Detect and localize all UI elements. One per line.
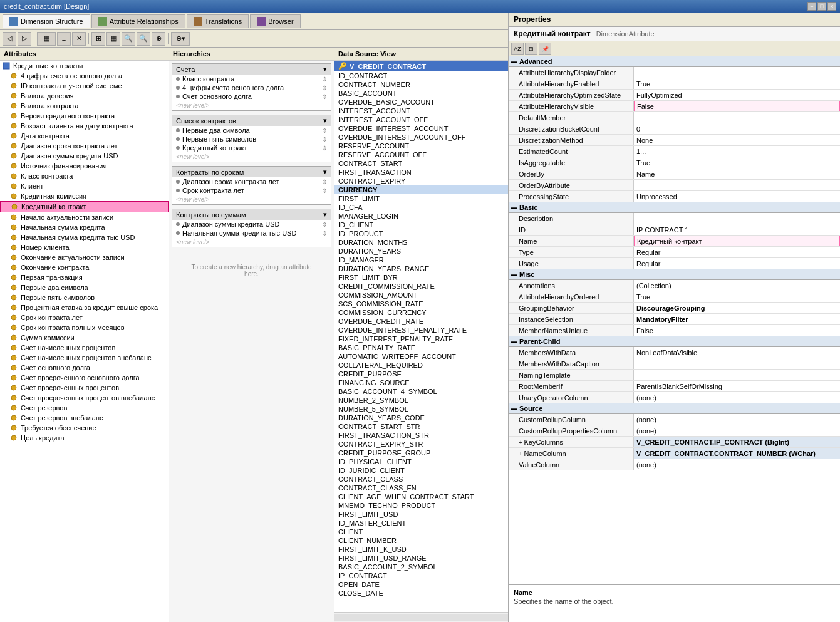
hierarchy-item[interactable]: Первые пять символов⇕ bbox=[172, 135, 331, 143]
expand-icon[interactable]: + bbox=[519, 450, 522, 457]
datasource-column-item[interactable]: SCS_COMMISSION_RATE bbox=[334, 299, 508, 308]
attribute-item[interactable]: Кредитная комиссия bbox=[0, 191, 169, 201]
datasource-column-item[interactable]: FIRST_LIMIT_K_USD bbox=[334, 545, 508, 554]
datasource-column-item[interactable]: CONTRACT_EXPIRY_STR bbox=[334, 440, 508, 448]
datasource-column-item[interactable]: FIRST_LIMIT_USD bbox=[334, 510, 508, 519]
attribute-item[interactable]: Счет просроченных процентов внебаланс bbox=[0, 393, 169, 403]
hierarchy-item[interactable]: Кредитный контракт⇕ bbox=[172, 143, 331, 152]
datasource-column-item[interactable]: DURATION_MONTHS bbox=[334, 238, 508, 247]
minimize-button[interactable]: − bbox=[807, 2, 816, 11]
attribute-item[interactable]: Цель кредита bbox=[0, 433, 169, 443]
attribute-item[interactable]: Номер клиента bbox=[0, 242, 169, 252]
datasource-column-item[interactable]: FIRST_LIMIT_BYR bbox=[334, 273, 508, 282]
datasource-column-item[interactable]: CONTRACT_CLASS bbox=[334, 475, 508, 484]
datasource-column-item[interactable]: BASIC_ACCOUNT bbox=[334, 89, 508, 98]
hierarchy-menu-btn[interactable]: ▾ bbox=[323, 65, 327, 73]
back-button[interactable]: ◁ bbox=[3, 32, 16, 46]
datasource-column-item[interactable]: CREDIT_PURPOSE_GROUP bbox=[334, 448, 508, 457]
props-pin-button[interactable]: 📌 bbox=[539, 43, 551, 55]
hierarchy-item[interactable]: Счет основного долга⇕ bbox=[172, 92, 331, 101]
datasource-column-item[interactable]: CLIENT bbox=[334, 527, 508, 536]
tab-attribute-relationships[interactable]: Attribute Relationships bbox=[91, 14, 185, 28]
datasource-column-item[interactable]: CONTRACT_EXPIRY bbox=[334, 177, 508, 185]
props-section-header[interactable]: ▬Advanced bbox=[509, 56, 840, 67]
props-section-header[interactable]: ▬Misc bbox=[509, 269, 840, 280]
hierarchy-item[interactable]: Диапазон суммы кредита USD⇕ bbox=[172, 220, 331, 229]
attribute-item[interactable]: Возраст клиента на дату контракта bbox=[0, 121, 169, 131]
attribute-item[interactable]: Кредитный контракт bbox=[0, 201, 169, 212]
hierarchy-item[interactable]: Диапазон срока контракта лет⇕ bbox=[172, 177, 331, 186]
datasource-column-item[interactable]: ID_PRODUCT bbox=[334, 229, 508, 238]
close-button[interactable]: × bbox=[827, 2, 836, 11]
attribute-item[interactable]: Срок контракта полных месяцев bbox=[0, 323, 169, 333]
datasource-column-item[interactable]: CONTRACT_NUMBER bbox=[334, 80, 508, 89]
attribute-item[interactable]: Счет резервов bbox=[0, 403, 169, 413]
datasource-column-item[interactable]: ID_CLIENT bbox=[334, 220, 508, 229]
datasource-column-item[interactable]: CURRENCY bbox=[334, 185, 508, 194]
zoom-button[interactable]: ⊕ bbox=[152, 32, 165, 46]
attribute-item[interactable]: Счет просроченных процентов bbox=[0, 383, 169, 393]
datasource-column-item[interactable]: IP_CONTRACT bbox=[334, 571, 508, 580]
attribute-item[interactable]: Класс контракта bbox=[0, 171, 169, 181]
attribute-item[interactable]: Первые два символа bbox=[0, 282, 169, 293]
datasource-column-item[interactable]: ID_JURIDIC_CLIENT bbox=[334, 466, 508, 475]
datasource-column-item[interactable]: DURATION_YEARS_RANGE bbox=[334, 264, 508, 273]
hierarchy-item[interactable]: Срок контракта лет⇕ bbox=[172, 186, 331, 195]
datasource-column-item[interactable]: CREDIT_COMMISSION_RATE bbox=[334, 282, 508, 291]
attribute-item[interactable]: Клиент bbox=[0, 181, 169, 191]
datasource-column-item[interactable]: FIRST_TRANSACTION bbox=[334, 168, 508, 177]
props-section-header[interactable]: ▬Parent-Child bbox=[509, 336, 840, 347]
maximize-button[interactable]: □ bbox=[817, 2, 826, 11]
datasource-column-item[interactable]: CLIENT_NUMBER bbox=[334, 536, 508, 545]
datasource-column-item[interactable]: BASIC_ACCOUNT_4_SYMBOL bbox=[334, 387, 508, 396]
datasource-column-item[interactable]: CONTRACT_START bbox=[334, 159, 508, 168]
datasource-column-item[interactable]: ID_PHYSICAL_CLIENT bbox=[334, 457, 508, 466]
datasource-table-header[interactable]: 🔑V_CREDIT_CONTRACT bbox=[334, 61, 508, 71]
attribute-item[interactable]: Счет основного долга bbox=[0, 363, 169, 373]
datasource-column-item[interactable]: COMMISSION_CURRENCY bbox=[334, 308, 508, 317]
datasource-column-item[interactable]: MANAGER_LOGIN bbox=[334, 212, 508, 220]
expand-icon[interactable]: + bbox=[519, 438, 522, 446]
tab-translations[interactable]: Translations bbox=[187, 14, 249, 28]
datasource-column-item[interactable]: NUMBER_5_SYMBOL bbox=[334, 405, 508, 413]
hierarchy-menu-btn[interactable]: ▾ bbox=[323, 210, 327, 219]
attribute-item[interactable]: Счет резервов внебаланс bbox=[0, 413, 169, 423]
zoom-out-button[interactable]: 🔍 bbox=[137, 32, 150, 46]
zoom-in-button[interactable]: 🔍 bbox=[122, 32, 135, 46]
attribute-item[interactable]: Сумма комиссии bbox=[0, 333, 169, 343]
datasource-column-item[interactable]: OVERDUE_CREDIT_RATE bbox=[334, 317, 508, 326]
datasource-column-item[interactable]: OVERDUE_BASIC_ACCOUNT bbox=[334, 98, 508, 106]
datasource-column-item[interactable]: OPEN_DATE bbox=[334, 580, 508, 589]
datasource-column-item[interactable]: ID_CFA bbox=[334, 203, 508, 212]
datasource-column-item[interactable]: FIXED_INTEREST_PENALTY_RATE bbox=[334, 334, 508, 343]
tab-dimension-structure[interactable]: Dimension Structure bbox=[3, 14, 90, 28]
attribute-item[interactable]: Дата контракта bbox=[0, 131, 169, 141]
attribute-item[interactable]: Первые пять символов bbox=[0, 293, 169, 303]
props-section-header[interactable]: ▬Basic bbox=[509, 202, 840, 213]
datasource-column-item[interactable]: FIRST_TRANSACTION_STR bbox=[334, 431, 508, 440]
datasource-column-item[interactable]: FIRST_LIMIT_USD_RANGE bbox=[334, 554, 508, 562]
attribute-item[interactable]: Счет начисленных процентов bbox=[0, 343, 169, 353]
attribute-item[interactable]: Диапазон суммы кредита USD bbox=[0, 151, 169, 161]
datasource-column-item[interactable]: NUMBER_2_SYMBOL bbox=[334, 396, 508, 405]
attribute-item[interactable]: Процентная ставка за кредит свыше срока bbox=[0, 303, 169, 313]
hierarchy-menu-btn[interactable]: ▾ bbox=[323, 168, 327, 176]
tab-browser[interactable]: Browser bbox=[250, 14, 300, 28]
view-toggle-button[interactable]: ▦ bbox=[37, 32, 56, 46]
datasource-column-item[interactable]: INTEREST_ACCOUNT bbox=[334, 106, 508, 115]
datasource-column-item[interactable]: COLLATERAL_REQUIRED bbox=[334, 361, 508, 370]
datasource-column-item[interactable]: BASIC_PENALTY_RATE bbox=[334, 343, 508, 352]
datasource-column-item[interactable]: CLIENT_AGE_WHEN_CONTRACT_START bbox=[334, 492, 508, 501]
datasource-column-item[interactable]: ID_MANAGER bbox=[334, 256, 508, 264]
datasource-column-item[interactable]: CONTRACT_START_STR bbox=[334, 422, 508, 431]
datasource-column-item[interactable]: CONTRACT_CLASS_EN bbox=[334, 484, 508, 492]
grid-view2-button[interactable]: ▦ bbox=[106, 32, 120, 46]
datasource-column-item[interactable]: RESERVE_ACCOUNT_OFF bbox=[334, 150, 508, 159]
datasource-column-item[interactable]: BASIC_ACCOUNT_2_SYMBOL bbox=[334, 562, 508, 571]
list-button[interactable]: ≡ bbox=[57, 32, 71, 46]
attribute-item[interactable]: Начало актуальности записи bbox=[0, 212, 169, 222]
attribute-item[interactable]: Начальная сумма кредита bbox=[0, 222, 169, 232]
delete-button[interactable]: ✕ bbox=[72, 32, 86, 46]
datasource-column-item[interactable]: FIRST_LIMIT bbox=[334, 194, 508, 203]
attribute-item[interactable]: Требуется обеспечение bbox=[0, 423, 169, 433]
